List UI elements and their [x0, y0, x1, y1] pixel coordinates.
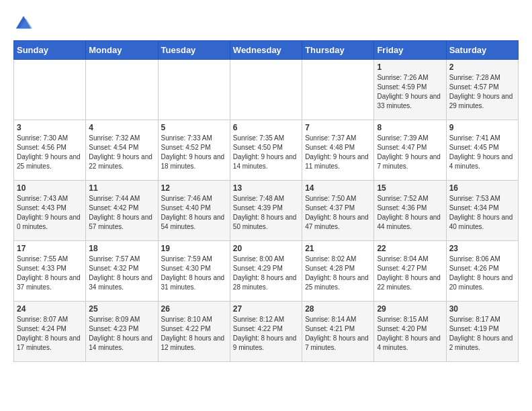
day-number: 15: [377, 183, 443, 193]
calendar-cell: [158, 60, 230, 120]
day-info: Sunrise: 7:26 AM Sunset: 4:59 PM Dayligh…: [377, 73, 443, 111]
day-number: 16: [449, 183, 515, 193]
calendar-header: SundayMondayTuesdayWednesdayThursdayFrid…: [14, 41, 519, 60]
day-number: 18: [89, 244, 154, 253]
day-info: Sunrise: 7:59 AM Sunset: 4:30 PM Dayligh…: [161, 255, 227, 292]
day-number: 30: [449, 304, 515, 314]
calendar-cell: 17Sunrise: 7:55 AM Sunset: 4:33 PM Dayli…: [14, 241, 86, 302]
day-number: 26: [161, 304, 227, 314]
day-number: 1: [377, 62, 443, 72]
calendar-cell: 16Sunrise: 7:53 AM Sunset: 4:34 PM Dayli…: [446, 181, 518, 241]
day-info: Sunrise: 7:41 AM Sunset: 4:45 PM Dayligh…: [449, 134, 515, 171]
weekday-header-row: SundayMondayTuesdayWednesdayThursdayFrid…: [14, 41, 519, 60]
day-number: 23: [449, 244, 515, 253]
calendar-cell: 11Sunrise: 7:44 AM Sunset: 4:42 PM Dayli…: [86, 181, 158, 241]
day-number: 29: [377, 304, 443, 314]
calendar-body: 1Sunrise: 7:26 AM Sunset: 4:59 PM Daylig…: [14, 60, 519, 362]
page-header: [13, 13, 519, 34]
day-number: 2: [449, 62, 515, 72]
day-number: 7: [305, 123, 371, 132]
calendar-week-2: 3Sunrise: 7:30 AM Sunset: 4:56 PM Daylig…: [14, 120, 519, 181]
calendar-cell: 4Sunrise: 7:32 AM Sunset: 4:54 PM Daylig…: [86, 120, 158, 181]
day-number: 25: [89, 304, 154, 314]
day-number: 11: [89, 183, 154, 193]
day-info: Sunrise: 7:46 AM Sunset: 4:40 PM Dayligh…: [161, 194, 227, 232]
day-info: Sunrise: 8:10 AM Sunset: 4:22 PM Dayligh…: [161, 315, 227, 353]
calendar-cell: 26Sunrise: 8:10 AM Sunset: 4:22 PM Dayli…: [158, 302, 230, 362]
calendar-table: SundayMondayTuesdayWednesdayThursdayFrid…: [13, 40, 519, 362]
calendar-cell: [14, 60, 86, 120]
calendar-week-1: 1Sunrise: 7:26 AM Sunset: 4:59 PM Daylig…: [14, 60, 519, 120]
calendar-cell: 1Sunrise: 7:26 AM Sunset: 4:59 PM Daylig…: [374, 60, 446, 120]
weekday-header-saturday: Saturday: [446, 41, 518, 60]
day-info: Sunrise: 8:12 AM Sunset: 4:22 PM Dayligh…: [233, 315, 299, 353]
calendar-cell: 30Sunrise: 8:17 AM Sunset: 4:19 PM Dayli…: [446, 302, 518, 362]
weekday-header-tuesday: Tuesday: [158, 41, 230, 60]
day-info: Sunrise: 8:14 AM Sunset: 4:21 PM Dayligh…: [305, 315, 371, 353]
calendar-cell: 21Sunrise: 8:02 AM Sunset: 4:28 PM Dayli…: [302, 241, 374, 302]
day-info: Sunrise: 7:55 AM Sunset: 4:33 PM Dayligh…: [17, 255, 83, 292]
day-number: 14: [305, 183, 371, 193]
calendar-cell: 13Sunrise: 7:48 AM Sunset: 4:39 PM Dayli…: [230, 181, 302, 241]
day-number: 5: [161, 123, 227, 132]
calendar-cell: 15Sunrise: 7:52 AM Sunset: 4:36 PM Dayli…: [374, 181, 446, 241]
day-info: Sunrise: 7:37 AM Sunset: 4:48 PM Dayligh…: [305, 134, 371, 171]
calendar-cell: 7Sunrise: 7:37 AM Sunset: 4:48 PM Daylig…: [302, 120, 374, 181]
weekday-header-wednesday: Wednesday: [230, 41, 302, 60]
day-info: Sunrise: 7:28 AM Sunset: 4:57 PM Dayligh…: [449, 73, 515, 111]
day-number: 9: [449, 123, 515, 132]
day-info: Sunrise: 7:43 AM Sunset: 4:43 PM Dayligh…: [17, 194, 83, 232]
calendar-cell: 12Sunrise: 7:46 AM Sunset: 4:40 PM Dayli…: [158, 181, 230, 241]
day-info: Sunrise: 8:06 AM Sunset: 4:26 PM Dayligh…: [449, 255, 515, 292]
day-info: Sunrise: 7:50 AM Sunset: 4:37 PM Dayligh…: [305, 194, 371, 232]
calendar-cell: [230, 60, 302, 120]
calendar-cell: [86, 60, 158, 120]
day-number: 19: [161, 244, 227, 253]
day-info: Sunrise: 7:33 AM Sunset: 4:52 PM Dayligh…: [161, 134, 227, 171]
day-info: Sunrise: 8:00 AM Sunset: 4:29 PM Dayligh…: [233, 255, 299, 292]
calendar-cell: [302, 60, 374, 120]
calendar-cell: 23Sunrise: 8:06 AM Sunset: 4:26 PM Dayli…: [446, 241, 518, 302]
calendar-cell: 28Sunrise: 8:14 AM Sunset: 4:21 PM Dayli…: [302, 302, 374, 362]
day-info: Sunrise: 7:53 AM Sunset: 4:34 PM Dayligh…: [449, 194, 515, 232]
day-info: Sunrise: 7:48 AM Sunset: 4:39 PM Dayligh…: [233, 194, 299, 232]
day-number: 13: [233, 183, 299, 193]
calendar-cell: 2Sunrise: 7:28 AM Sunset: 4:57 PM Daylig…: [446, 60, 518, 120]
day-info: Sunrise: 7:39 AM Sunset: 4:47 PM Dayligh…: [377, 134, 443, 171]
calendar-cell: 9Sunrise: 7:41 AM Sunset: 4:45 PM Daylig…: [446, 120, 518, 181]
day-number: 17: [17, 244, 83, 253]
day-number: 28: [305, 304, 371, 314]
day-info: Sunrise: 7:32 AM Sunset: 4:54 PM Dayligh…: [89, 134, 154, 171]
logo: [13, 13, 38, 34]
day-info: Sunrise: 8:07 AM Sunset: 4:24 PM Dayligh…: [17, 315, 83, 353]
calendar-cell: 24Sunrise: 8:07 AM Sunset: 4:24 PM Dayli…: [14, 302, 86, 362]
calendar-cell: 20Sunrise: 8:00 AM Sunset: 4:29 PM Dayli…: [230, 241, 302, 302]
day-number: 24: [17, 304, 83, 314]
calendar-cell: 19Sunrise: 7:59 AM Sunset: 4:30 PM Dayli…: [158, 241, 230, 302]
calendar-cell: 14Sunrise: 7:50 AM Sunset: 4:37 PM Dayli…: [302, 181, 374, 241]
day-number: 21: [305, 244, 371, 253]
calendar-cell: 6Sunrise: 7:35 AM Sunset: 4:50 PM Daylig…: [230, 120, 302, 181]
day-info: Sunrise: 7:44 AM Sunset: 4:42 PM Dayligh…: [89, 194, 154, 232]
calendar-cell: 10Sunrise: 7:43 AM Sunset: 4:43 PM Dayli…: [14, 181, 86, 241]
weekday-header-friday: Friday: [374, 41, 446, 60]
calendar-cell: 8Sunrise: 7:39 AM Sunset: 4:47 PM Daylig…: [374, 120, 446, 181]
day-info: Sunrise: 7:52 AM Sunset: 4:36 PM Dayligh…: [377, 194, 443, 232]
weekday-header-sunday: Sunday: [14, 41, 86, 60]
day-number: 3: [17, 123, 83, 132]
calendar-week-3: 10Sunrise: 7:43 AM Sunset: 4:43 PM Dayli…: [14, 181, 519, 241]
day-number: 4: [89, 123, 154, 132]
weekday-header-monday: Monday: [86, 41, 158, 60]
calendar-cell: 29Sunrise: 8:15 AM Sunset: 4:20 PM Dayli…: [374, 302, 446, 362]
weekday-header-thursday: Thursday: [302, 41, 374, 60]
calendar-cell: 3Sunrise: 7:30 AM Sunset: 4:56 PM Daylig…: [14, 120, 86, 181]
day-info: Sunrise: 8:02 AM Sunset: 4:28 PM Dayligh…: [305, 255, 371, 292]
calendar-cell: 27Sunrise: 8:12 AM Sunset: 4:22 PM Dayli…: [230, 302, 302, 362]
calendar-week-4: 17Sunrise: 7:55 AM Sunset: 4:33 PM Dayli…: [14, 241, 519, 302]
day-number: 12: [161, 183, 227, 193]
day-info: Sunrise: 7:30 AM Sunset: 4:56 PM Dayligh…: [17, 134, 83, 171]
day-info: Sunrise: 8:09 AM Sunset: 4:23 PM Dayligh…: [89, 315, 154, 353]
day-number: 27: [233, 304, 299, 314]
day-info: Sunrise: 8:04 AM Sunset: 4:27 PM Dayligh…: [377, 255, 443, 292]
calendar-cell: 18Sunrise: 7:57 AM Sunset: 4:32 PM Dayli…: [86, 241, 158, 302]
